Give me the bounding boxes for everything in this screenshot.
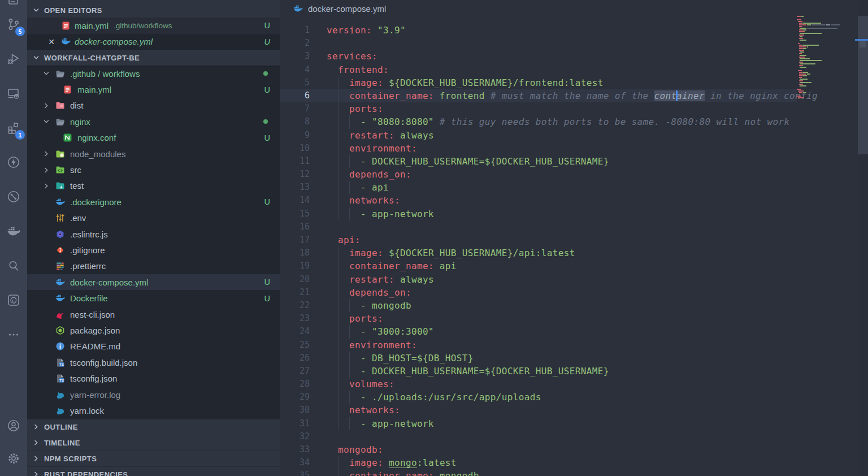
line-number: 8 bbox=[280, 115, 310, 128]
code-line[interactable]: 32 bbox=[280, 430, 868, 443]
code-line[interactable]: 15 - app-network bbox=[280, 207, 868, 220]
code-line[interactable]: 29 - ./uploads:/usr/src/app/uploads bbox=[280, 391, 868, 404]
code-line[interactable]: 20 restart: always bbox=[280, 273, 868, 286]
git-graph-icon[interactable] bbox=[0, 179, 27, 214]
tree-row--prettierrc[interactable]: .prettierrc bbox=[27, 258, 280, 274]
tree-row--github-workflows[interactable]: .github / workflows bbox=[27, 66, 280, 81]
code-text: api: bbox=[327, 233, 361, 246]
open-editors-list: main.yml.github/workflowsU✕docker-compos… bbox=[27, 18, 280, 50]
run-and-debug-icon[interactable] bbox=[0, 41, 27, 76]
more-icon[interactable] bbox=[0, 317, 27, 352]
code-area[interactable]: 1version: "3.9"23services:4 frontend:5 i… bbox=[280, 17, 868, 476]
tree-item-label: .eslintrc.js bbox=[70, 230, 108, 239]
code-line[interactable]: 27 - DOCKER_HUB_USERNAME=${DOCKER_HUB_US… bbox=[280, 365, 868, 378]
code-line[interactable]: 10 environment: bbox=[280, 142, 868, 155]
tree-row-src[interactable]: src bbox=[27, 162, 280, 178]
scrollbar-thumb[interactable] bbox=[858, 16, 868, 154]
code-line[interactable]: 33 mongodb: bbox=[280, 443, 868, 456]
section-timeline[interactable]: TIMELINE bbox=[27, 435, 280, 451]
tree-row-readme-md[interactable]: README.md bbox=[27, 339, 280, 354]
scrollbar[interactable] bbox=[858, 0, 868, 476]
thunder-client-icon[interactable] bbox=[0, 145, 27, 179]
code-line[interactable]: 21 depends_on: bbox=[280, 286, 868, 299]
search-icon[interactable] bbox=[0, 248, 27, 283]
code-line[interactable]: 18 image: ${DOCKER_HUB_USERNAME}/api:lat… bbox=[280, 246, 868, 259]
line-number: 1 bbox=[280, 24, 310, 37]
tree-row-docker-compose-yml[interactable]: docker-compose.ymlU bbox=[27, 274, 280, 290]
code-line[interactable]: 35 container_name: mongodb bbox=[280, 469, 868, 476]
tree-row-nest-cli-json[interactable]: nest-cli.json bbox=[27, 306, 280, 322]
open-editors-header[interactable]: OPEN EDITORS bbox=[27, 3, 280, 18]
code-line[interactable]: 5 image: ${DOCKER_HUB_USERNAME}/frontend… bbox=[280, 76, 868, 89]
code-line[interactable]: 30 networks: bbox=[280, 404, 868, 417]
code-line[interactable]: 26 - DB_HOST=${DB_HOST} bbox=[280, 352, 868, 365]
code-line[interactable]: 4 frontend: bbox=[280, 63, 868, 76]
tree-row-tsconfig-build-json[interactable]: TStsconfig.build.json bbox=[27, 354, 280, 370]
tree-row-nginx-conf[interactable]: nginx.confU bbox=[27, 130, 280, 146]
source-control-icon[interactable]: 5 bbox=[0, 7, 27, 41]
tree-row-yarn-lock[interactable]: yarn.lock bbox=[27, 403, 280, 418]
code-line[interactable]: 9 restart: always bbox=[280, 129, 868, 142]
explorer-icon[interactable] bbox=[0, 0, 27, 7]
tree-row-main-yml[interactable]: main.ymlU bbox=[27, 81, 280, 97]
code-line[interactable]: 25 environment: bbox=[280, 339, 868, 352]
code-line[interactable]: 8 - "8080:8080" # this guy needs both po… bbox=[280, 115, 868, 128]
code-line[interactable]: 34 image: mongo:latest bbox=[280, 456, 868, 469]
extensions-icon[interactable]: 1 bbox=[0, 110, 27, 145]
line-number: 2 bbox=[280, 37, 310, 50]
code-line[interactable]: 3services: bbox=[280, 50, 868, 63]
tree-row--dockerignore[interactable]: .dockerignoreU bbox=[27, 194, 280, 210]
section-outline[interactable]: OUTLINE bbox=[27, 419, 280, 435]
code-line[interactable]: 24 - "3000:3000" bbox=[280, 325, 868, 338]
tree-row-tsconfig-json[interactable]: TStsconfig.json bbox=[27, 370, 280, 386]
docker-icon[interactable] bbox=[0, 214, 27, 248]
code-line[interactable]: 17 api: bbox=[280, 233, 868, 246]
code-line[interactable]: 13 - api bbox=[280, 181, 868, 194]
open-editor-row[interactable]: main.yml.github/workflowsU bbox=[27, 18, 280, 34]
row-right: U bbox=[264, 21, 270, 30]
tree-row-dist[interactable]: dist bbox=[27, 98, 280, 114]
code-line[interactable]: 2 bbox=[280, 37, 868, 50]
code-line[interactable]: 31 - app-network bbox=[280, 417, 868, 430]
tree-row--env[interactable]: .env bbox=[27, 210, 280, 226]
settings-icon[interactable] bbox=[0, 442, 27, 475]
project-header[interactable]: WORKFALL-CHATGPT-BE bbox=[27, 50, 280, 66]
remote-explorer-icon[interactable] bbox=[0, 76, 27, 110]
code-line[interactable]: 23 ports: bbox=[280, 312, 868, 325]
postgres-icon[interactable] bbox=[0, 283, 27, 317]
tree-row-dockerfile[interactable]: DockerfileU bbox=[27, 290, 280, 306]
code-token: version: bbox=[327, 25, 372, 36]
tree-row-test[interactable]: test bbox=[27, 178, 280, 194]
accounts-icon[interactable] bbox=[0, 409, 27, 442]
open-editor-row[interactable]: ✕docker-compose.ymlU bbox=[27, 34, 280, 50]
code-token: always bbox=[394, 274, 434, 285]
code-line[interactable]: 7 ports: bbox=[280, 102, 868, 115]
code-line[interactable]: 28 volumes: bbox=[280, 378, 868, 391]
code-line[interactable]: 16 bbox=[280, 220, 868, 233]
tree-item-label: test bbox=[70, 181, 84, 191]
code-line[interactable]: 19 container_name: api bbox=[280, 259, 868, 272]
code-token: - DOCKER_HUB_USERNAME=${DOCKER_HUB_USERN… bbox=[327, 156, 609, 167]
tree-row-package-json[interactable]: package.json bbox=[27, 322, 280, 338]
folder-gh-icon bbox=[55, 69, 65, 79]
code-line[interactable]: 14 networks: bbox=[280, 194, 868, 207]
code-line[interactable]: 1version: "3.9" bbox=[280, 24, 868, 37]
code-token: image: bbox=[327, 248, 383, 258]
section-npm-scripts[interactable]: NPM SCRIPTS bbox=[27, 451, 280, 466]
scrollbar-grip[interactable] bbox=[860, 41, 866, 47]
code-line[interactable]: 6 container_name: frontend # must match … bbox=[280, 89, 797, 102]
section-title: TIMELINE bbox=[44, 439, 80, 447]
tree-row--eslintrc-js[interactable]: .eslintrc.js bbox=[27, 226, 280, 242]
tree-row-yarn-error-log[interactable]: yarn-error.log bbox=[27, 387, 280, 403]
code-line[interactable]: 22 - mongodb bbox=[280, 299, 868, 312]
close-icon[interactable]: ✕ bbox=[46, 37, 57, 47]
tree-row--gitignore[interactable]: .gitignore bbox=[27, 242, 280, 258]
tree-row-nginx[interactable]: nginx bbox=[27, 114, 280, 129]
tree-row-node-modules[interactable]: node_modules bbox=[27, 146, 280, 162]
editor-breadcrumb[interactable]: docker-compose.yml bbox=[280, 0, 868, 17]
section-rust-dependencies[interactable]: RUST DEPENDENCIES bbox=[27, 466, 280, 476]
code-line[interactable]: 11 - DOCKER_HUB_USERNAME=${DOCKER_HUB_US… bbox=[280, 155, 868, 168]
row-right bbox=[263, 71, 270, 76]
code-line[interactable]: 12 depends_on: bbox=[280, 168, 868, 181]
code-text: - ./uploads:/usr/src/app/uploads bbox=[327, 391, 541, 404]
